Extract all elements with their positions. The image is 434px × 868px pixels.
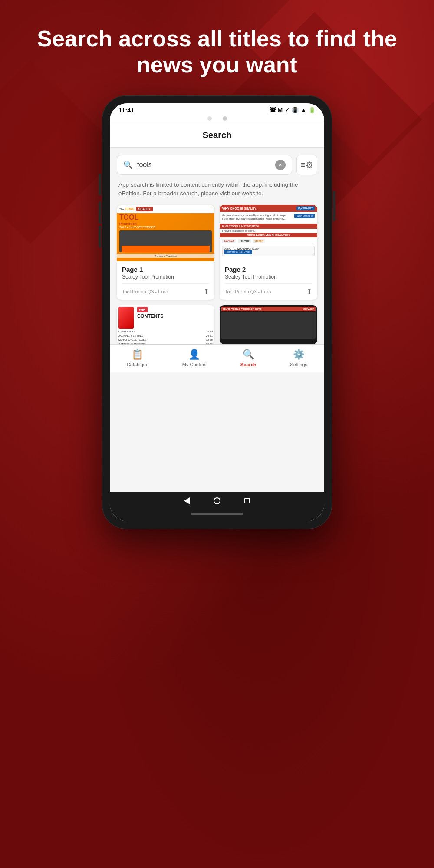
home-icon	[214, 497, 220, 504]
filter-button[interactable]: ≡⚙	[296, 155, 317, 175]
socket-preview: HAND TOOLS // SOCKET SETS SEALEY	[220, 305, 317, 344]
phone-device: 11:41 🖼 M ✓ 📳 ▲ 🔋 Search	[102, 95, 332, 529]
nav-catalogue[interactable]: 📋 Catalogue	[127, 349, 148, 367]
clear-button[interactable]: ×	[275, 160, 286, 170]
home-indicator-bar	[191, 513, 243, 515]
contents-preview: WIN Contents HAND TOOLS4-23 JACKING & LI…	[117, 305, 214, 344]
headline: Search across all titles to find the new…	[0, 0, 434, 91]
camera-area	[110, 115, 324, 123]
result-card-2[interactable]: WHY CHOOSE SEALEY... My SEALEY Family Ow…	[220, 205, 317, 300]
result-card-4-partial[interactable]: HAND TOOLS // SOCKET SETS SEALEY	[220, 305, 317, 344]
search-icon: 🔍	[123, 160, 133, 170]
result-card-2-page: Page 2	[225, 266, 312, 273]
result-card-1-footer: Tool Promo Q3 - Euro ⬆	[122, 283, 209, 296]
vibrate-icon: 📳	[292, 107, 299, 113]
android-navigation	[110, 492, 324, 510]
gallery-icon: 🖼	[270, 107, 276, 113]
clear-icon: ×	[279, 161, 282, 168]
result-card-2-desc: Sealey Tool Promotion	[225, 274, 312, 280]
sealey-page2-preview: WHY CHOOSE SEALEY... My SEALEY Family Ow…	[220, 205, 317, 261]
nav-my-content[interactable]: 👤 My Content	[182, 349, 207, 367]
battery-icon: 🔋	[309, 107, 316, 113]
camera-lens	[223, 116, 227, 121]
status-time: 11:41	[118, 107, 134, 114]
result-card-1-desc: Sealey Tool Promotion	[122, 274, 209, 280]
phone-outer-shell: 11:41 🖼 M ✓ 📳 ▲ 🔋 Search	[102, 95, 332, 529]
catalogue-label: Catalogue	[127, 362, 148, 367]
search-nav-label: Search	[240, 362, 256, 367]
result-card-1[interactable]: The EURO SEALEY Tool Promotion 2022 • JU…	[117, 205, 214, 300]
results-grid: The EURO SEALEY Tool Promotion 2022 • JU…	[110, 205, 324, 305]
nav-search[interactable]: 🔍 Search	[240, 349, 256, 367]
home-indicator	[110, 510, 324, 521]
result-card-1-page: Page 1	[122, 266, 209, 273]
my-content-label: My Content	[182, 362, 207, 367]
results-grid-partial: WIN Contents HAND TOOLS4-23 JACKING & LI…	[110, 305, 324, 344]
result-card-1-pub: Tool Promo Q3 - Euro	[122, 289, 168, 294]
search-notice: App search is limited to content current…	[117, 181, 317, 198]
search-area: 🔍 tools × ≡⚙ App search is limited to co…	[110, 148, 324, 205]
app-header: Search	[110, 123, 324, 148]
share-button-1[interactable]: ⬆	[204, 287, 209, 296]
sealey-page1-preview: The EURO SEALEY Tool Promotion 2022 • JU…	[117, 205, 214, 261]
home-button[interactable]	[214, 497, 220, 504]
search-input-container[interactable]: 🔍 tools ×	[117, 155, 292, 175]
result-card-2-pub: Tool Promo Q3 - Euro	[225, 289, 271, 294]
settings-icon: ⚙️	[293, 349, 305, 360]
back-icon	[184, 497, 190, 504]
bottom-navigation: 📋 Catalogue 👤 My Content 🔍 Search ⚙️ Set…	[110, 344, 324, 372]
app-title: Search	[203, 130, 232, 140]
search-bar-row: 🔍 tools × ≡⚙	[117, 155, 317, 175]
my-content-icon: 👤	[188, 349, 200, 360]
gmail-icon: M	[278, 107, 283, 113]
recents-button[interactable]	[244, 498, 250, 503]
share-button-2[interactable]: ⬆	[306, 287, 312, 296]
app-screen: Search 🔍 tools × ≡⚙	[110, 123, 324, 492]
result-card-3-partial[interactable]: WIN Contents HAND TOOLS4-23 JACKING & LI…	[117, 305, 214, 344]
search-nav-icon: 🔍	[243, 349, 254, 360]
result-card-2-footer: Tool Promo Q3 - Euro ⬆	[225, 283, 312, 296]
wifi-icon: ▲	[301, 107, 306, 113]
back-button[interactable]	[184, 497, 190, 504]
catalogue-icon: 📋	[132, 349, 143, 360]
result-card-2-info: Page 2 Sealey Tool Promotion Tool Promo …	[220, 261, 317, 300]
search-input[interactable]: tools	[137, 161, 271, 169]
result-card-1-image: The EURO SEALEY Tool Promotion 2022 • JU…	[117, 205, 214, 261]
status-bar: 11:41 🖼 M ✓ 📳 ▲ 🔋	[110, 103, 324, 115]
camera-sensor	[207, 116, 212, 121]
recents-icon	[244, 498, 250, 503]
phone-screen: 11:41 🖼 M ✓ 📳 ▲ 🔋 Search	[110, 103, 324, 521]
nav-settings[interactable]: ⚙️ Settings	[290, 349, 307, 367]
result-card-1-info: Page 1 Sealey Tool Promotion Tool Promo …	[117, 261, 214, 300]
settings-label: Settings	[290, 362, 307, 367]
result-card-2-image: WHY CHOOSE SEALEY... My SEALEY Family Ow…	[220, 205, 317, 261]
status-icons: 🖼 M ✓ 📳 ▲ 🔋	[270, 107, 316, 113]
filter-icon: ≡⚙	[300, 160, 313, 170]
check-icon: ✓	[285, 107, 289, 113]
